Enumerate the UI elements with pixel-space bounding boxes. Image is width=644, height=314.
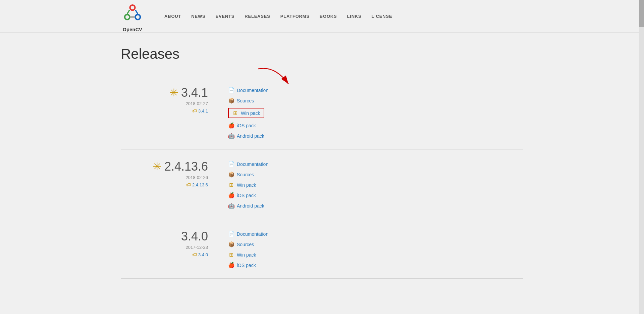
version-number-341: 3.4.1 <box>181 86 208 100</box>
tag-label-340[interactable]: 3.4.0 <box>198 252 208 257</box>
src-icon-340: 📦 <box>228 241 234 248</box>
link-341-iospack[interactable]: 🍎 iOS pack <box>228 122 268 129</box>
release-340-left: 3.4.0 2017-12-23 🏷 3.4.0 <box>121 229 228 268</box>
release-341-date: 2018-02-27 <box>121 101 208 106</box>
tag-icon-340: 🏷 <box>192 252 197 257</box>
release-24136-links: 📄 Documentation 📦 Sources ⊞ Win pack 🍎 i… <box>228 160 268 209</box>
link-340-documentation[interactable]: 📄 Documentation <box>228 231 268 237</box>
logo-text: OpenCV <box>123 27 142 32</box>
svg-point-3 <box>125 15 129 19</box>
link-341-documentation[interactable]: 📄 Documentation <box>228 87 268 93</box>
ios-icon-341: 🍎 <box>228 122 234 129</box>
win-icon-341: ⊞ <box>232 110 238 116</box>
tag-label-341[interactable]: 3.4.1 <box>198 108 208 114</box>
link-24136-sources[interactable]: 📦 Sources <box>228 171 268 178</box>
link-24136-winpack[interactable]: ⊞ Win pack <box>228 182 268 188</box>
asterisk-icon-24136: ✳ <box>153 160 162 173</box>
page-title: Releases <box>121 46 523 62</box>
nav-news[interactable]: NEWS <box>191 14 205 19</box>
release-341-version: ✳ 3.4.1 <box>121 86 208 100</box>
release-341-left: ✳ 3.4.1 2018-02-27 🏷 3.4.1 <box>121 86 228 139</box>
ios-icon-340: 🍎 <box>228 262 234 268</box>
doc-icon-24136: 📄 <box>228 161 234 167</box>
tag-icon-341: 🏷 <box>192 108 197 114</box>
release-24136-left: ✳ 2.4.13.6 2018-02-26 🏷 2.4.13.6 <box>121 160 228 209</box>
release-340-tag: 🏷 3.4.0 <box>121 252 208 257</box>
release-24136-date: 2018-02-26 <box>121 175 208 180</box>
nav-about[interactable]: ABOUT <box>164 14 181 19</box>
link-24136-androidpack[interactable]: 🤖 Android pack <box>228 203 268 209</box>
main-content: Releases ✳ 3.4.1 2018-02-27 🏷 3.4.1 📄 Do… <box>0 33 644 299</box>
svg-line-6 <box>127 10 129 14</box>
scrollbar-thumb[interactable] <box>639 0 644 27</box>
nav-license[interactable]: LICENSE <box>372 14 392 19</box>
tag-label-24136[interactable]: 2.4.13.6 <box>192 182 208 187</box>
link-341-winpack[interactable]: ⊞ Win pack <box>228 108 268 118</box>
release-340-date: 2017-12-23 <box>121 245 208 250</box>
scrollbar[interactable] <box>639 0 644 299</box>
src-icon-341: 📦 <box>228 97 234 104</box>
link-24136-documentation[interactable]: 📄 Documentation <box>228 161 268 167</box>
nav-events[interactable]: EVENTS <box>215 14 234 19</box>
version-number-24136: 2.4.13.6 <box>164 160 208 174</box>
nav-links[interactable]: LINKS <box>347 14 362 19</box>
release-24136-version: ✳ 2.4.13.6 <box>121 160 208 174</box>
link-341-sources[interactable]: 📦 Sources <box>228 97 268 104</box>
android-icon-24136: 🤖 <box>228 203 234 209</box>
svg-point-5 <box>136 15 140 19</box>
release-24136: ✳ 2.4.13.6 2018-02-26 🏷 2.4.13.6 📄 Docum… <box>121 149 523 219</box>
win-icon-24136: ⊞ <box>228 182 234 188</box>
main-nav: ABOUT NEWS EVENTS RELEASES PLATFORMS BOO… <box>164 14 392 22</box>
link-340-winpack[interactable]: ⊞ Win pack <box>228 252 268 258</box>
ios-icon-24136: 🍎 <box>228 192 234 198</box>
doc-icon-341: 📄 <box>228 87 234 93</box>
doc-icon-340: 📄 <box>228 231 234 237</box>
logo-area: OpenCV <box>121 3 144 32</box>
nav-books[interactable]: BOOKS <box>320 14 337 19</box>
release-341-links: 📄 Documentation 📦 Sources ⊞ Win pack 🍎 i… <box>228 86 268 139</box>
win-icon-340: ⊞ <box>228 252 234 258</box>
release-341: ✳ 3.4.1 2018-02-27 🏷 3.4.1 📄 Documentati… <box>121 76 523 149</box>
nav-releases[interactable]: RELEASES <box>245 14 270 19</box>
src-icon-24136: 📦 <box>228 171 234 178</box>
version-number-340: 3.4.0 <box>181 229 208 243</box>
svg-line-7 <box>136 10 138 14</box>
link-24136-iospack[interactable]: 🍎 iOS pack <box>228 192 268 198</box>
release-24136-tag: 🏷 2.4.13.6 <box>121 182 208 187</box>
tag-icon-24136: 🏷 <box>186 182 191 187</box>
release-341-tag: 🏷 3.4.1 <box>121 108 208 114</box>
winpack-highlighted-341[interactable]: ⊞ Win pack <box>228 108 264 118</box>
release-340-links: 📄 Documentation 📦 Sources ⊞ Win pack 🍎 i… <box>228 229 268 268</box>
release-340-version: 3.4.0 <box>121 229 208 243</box>
android-icon-341: 🤖 <box>228 133 234 139</box>
nav-platforms[interactable]: PLATFORMS <box>280 14 310 19</box>
svg-point-1 <box>131 6 135 9</box>
asterisk-icon-341: ✳ <box>169 86 178 99</box>
logo-image <box>121 3 144 27</box>
link-340-iospack[interactable]: 🍎 iOS pack <box>228 262 268 268</box>
link-340-sources[interactable]: 📦 Sources <box>228 241 268 248</box>
release-340: 3.4.0 2017-12-23 🏷 3.4.0 📄 Documentation… <box>121 219 523 279</box>
header: OpenCV ABOUT NEWS EVENTS RELEASES PLATFO… <box>0 0 644 33</box>
link-341-androidpack[interactable]: 🤖 Android pack <box>228 133 268 139</box>
